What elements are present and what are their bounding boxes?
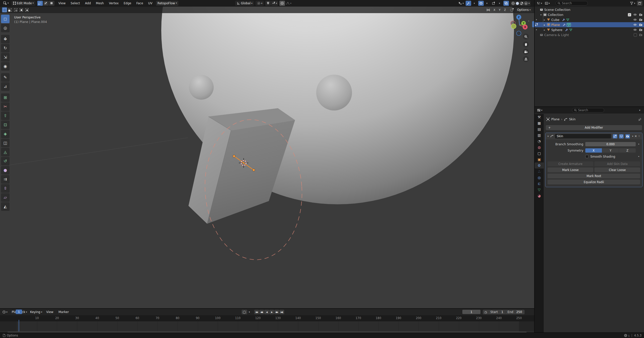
play-reverse-button[interactable]: ◀	[264, 310, 269, 314]
next-keyframe-button[interactable]: ◆▶	[274, 310, 279, 314]
properties-tab-output[interactable]: ▤	[535, 126, 544, 132]
previous-keyframe-button[interactable]: ◀◆	[259, 310, 264, 314]
end-frame-field[interactable]: End 250	[505, 310, 524, 314]
create-armature-button[interactable]: Create Armature	[548, 161, 593, 166]
tool-select-box[interactable]: ◻	[1, 15, 10, 23]
modifier-name-field[interactable]: Skin	[555, 134, 611, 138]
tool-shrink-fatten[interactable]: ⇳	[1, 184, 10, 193]
disable-in-render-camera-icon[interactable]	[639, 28, 642, 32]
symmetry-z-button[interactable]: Z	[619, 148, 636, 153]
properties-tab-object-data[interactable]: ▽	[535, 187, 544, 193]
outliner-row-plane[interactable]: ▸ Plane	[535, 22, 644, 27]
viewport-canvas[interactable]: ⋈ XYZ Options ▾ ◻◎↔↕↻⇲◉✎⊿⊞✂⇧⊡◈◫◬↺●⇉⇳▱◭ U…	[0, 7, 534, 308]
properties-tab-material[interactable]: ◕	[535, 193, 544, 199]
remove-modifier-icon[interactable]: ✕	[634, 134, 637, 138]
collapse-icon[interactable]: ▾	[540, 13, 542, 16]
clear-loose-button[interactable]: Clear Loose	[594, 167, 640, 172]
playhead[interactable]: 1	[16, 309, 22, 314]
current-frame-field[interactable]: 1	[462, 310, 480, 314]
xray-toggle[interactable]	[503, 1, 509, 6]
rendered-shading-icon[interactable]	[524, 2, 528, 5]
display-realtime-toggle[interactable]	[619, 134, 624, 138]
snap-region-dropdown[interactable]: ▾	[497, 1, 502, 6]
perspective-toggle-button[interactable]	[523, 56, 529, 62]
overlays-dropdown[interactable]: ▾	[484, 1, 490, 6]
mark-loose-button[interactable]: Mark Loose	[548, 167, 593, 172]
equalize-radii-button[interactable]: Equalize Radii	[548, 180, 640, 184]
select-option-set[interactable]	[2, 7, 7, 12]
modifier-extras-dropdown[interactable]: ▾	[632, 135, 633, 137]
auto-keying-dropdown[interactable]: ▾	[247, 310, 251, 314]
select-option-subtract[interactable]	[13, 7, 18, 12]
tool-bevel[interactable]: ◈	[1, 130, 10, 138]
tool-rip-region[interactable]: ◭	[1, 202, 10, 211]
add-modifier-button[interactable]: + Add Modifier	[546, 125, 642, 130]
collection-checkbox[interactable]: ✓	[628, 13, 631, 16]
menu-edge[interactable]: Edge	[121, 2, 134, 5]
smooth-shading-checkbox[interactable]	[585, 155, 589, 158]
tool-measure[interactable]: ⊿	[1, 82, 10, 91]
timeline-view-menu[interactable]: View	[44, 310, 56, 314]
tool-move[interactable]: ↔↕	[1, 35, 10, 43]
outliner-filter-dropdown[interactable]: ▾	[629, 1, 636, 6]
camera-view-button[interactable]	[523, 49, 529, 55]
properties-search-input[interactable]	[578, 108, 602, 112]
pan-button[interactable]	[523, 41, 529, 47]
breadcrumb-modifier[interactable]: Skin	[569, 118, 576, 121]
tool-transform[interactable]: ◉	[1, 62, 10, 71]
tool-rotate[interactable]: ↻	[1, 44, 10, 52]
properties-tab-collection[interactable]: ▢	[535, 150, 544, 156]
pin-icon[interactable]	[638, 118, 641, 121]
tool-cursor[interactable]: ◎	[1, 24, 10, 32]
timeline-ruler[interactable]: 1020304050607080901001101201301401501601…	[0, 315, 534, 321]
hide-in-viewport-eye-icon[interactable]	[633, 28, 637, 32]
display-in-editmode-toggle[interactable]	[613, 134, 617, 138]
menu-select[interactable]: Select	[68, 2, 82, 5]
tool-knife[interactable]: ✂	[1, 102, 10, 111]
mirror-y-button[interactable]: Y	[497, 8, 502, 12]
disable-in-render-camera-icon[interactable]	[639, 33, 642, 37]
panel-expand-icon[interactable]: ▾	[548, 135, 549, 137]
tool-spin[interactable]: ↺	[1, 157, 10, 165]
properties-search[interactable]	[572, 108, 604, 112]
menu-face[interactable]: Face	[134, 2, 146, 5]
display-render-toggle[interactable]	[625, 134, 630, 138]
branch-smoothing-field[interactable]: 0.000	[585, 142, 636, 146]
material-preview-shading-icon[interactable]	[520, 2, 524, 5]
animate-dot-icon[interactable]: •	[638, 142, 640, 146]
expand-icon[interactable]: ▸	[543, 23, 546, 26]
wireframe-shading-icon[interactable]	[511, 2, 515, 5]
outliner-display-mode-dropdown[interactable]: ▾	[536, 1, 543, 6]
zoom-button[interactable]	[523, 34, 529, 40]
retopoflow-menu[interactable]: RetopoFlow ▾	[156, 1, 178, 6]
jump-to-end-button[interactable]: ▶▮	[279, 310, 284, 314]
add-skin-data-button[interactable]: Add Skin Data	[594, 161, 640, 166]
snap-region-toggle[interactable]	[491, 1, 496, 6]
menu-view[interactable]: View	[56, 2, 68, 5]
solid-shading-icon[interactable]	[516, 2, 519, 5]
breadcrumb-object[interactable]: Plane	[551, 118, 560, 121]
properties-tab-particles[interactable]: ∴	[535, 168, 544, 175]
tool-smooth[interactable]: ●	[1, 166, 10, 175]
tool-shear[interactable]: ▱	[1, 193, 10, 202]
properties-tab-object[interactable]: ▣	[535, 156, 544, 162]
transform-orientation-dropdown[interactable]: Global ▾	[235, 1, 254, 6]
properties-tab-constraints[interactable]: ⊏	[535, 181, 544, 187]
snap-toggle[interactable]	[265, 1, 271, 6]
tool-edge-slide[interactable]: ⇉	[1, 175, 10, 184]
proportional-editing-toggle[interactable]	[279, 1, 285, 6]
mark-root-button[interactable]: Mark Root	[548, 174, 640, 178]
properties-tab-scene[interactable]: ◔	[535, 138, 544, 144]
expand-icon[interactable]: ▸	[543, 29, 546, 31]
hide-in-viewport-eye-icon[interactable]	[633, 23, 637, 26]
outliner-row-collection[interactable]: ▾ Collection ✓	[535, 12, 644, 17]
snap-target-dropdown[interactable]: ▾	[271, 1, 278, 6]
mirror-x-button[interactable]: X	[492, 8, 497, 12]
properties-tab-physics[interactable]: ◎	[535, 175, 544, 181]
collection-checkbox-unchecked[interactable]	[634, 33, 637, 37]
mirror-z-button[interactable]: Z	[502, 8, 507, 12]
tool-scale[interactable]: ⇲	[1, 53, 10, 62]
select-option-extend[interactable]	[8, 7, 13, 12]
start-frame-field[interactable]: Start 1	[488, 310, 505, 314]
properties-tab-view-layer[interactable]: ▥	[535, 132, 544, 138]
